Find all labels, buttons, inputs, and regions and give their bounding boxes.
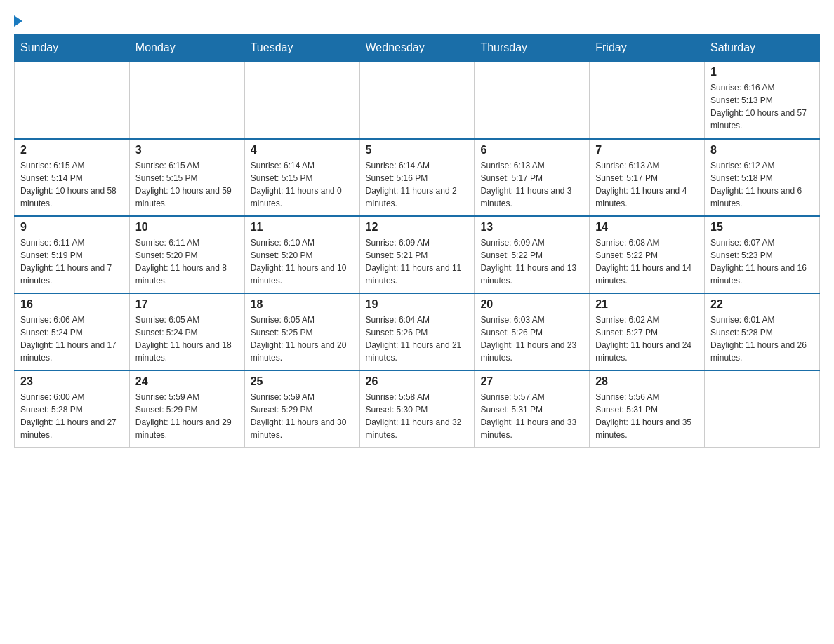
calendar-cell: 11Sunrise: 6:10 AMSunset: 5:20 PMDayligh…	[244, 216, 359, 293]
day-info: Sunrise: 6:09 AMSunset: 5:22 PMDaylight:…	[480, 236, 583, 287]
calendar-cell: 18Sunrise: 6:05 AMSunset: 5:25 PMDayligh…	[244, 293, 359, 370]
calendar-cell: 13Sunrise: 6:09 AMSunset: 5:22 PMDayligh…	[475, 216, 590, 293]
day-number: 10	[135, 221, 239, 234]
day-info: Sunrise: 6:06 AMSunset: 5:24 PMDaylight:…	[20, 314, 124, 364]
weekday-header-friday: Friday	[590, 34, 705, 62]
day-info: Sunrise: 6:00 AMSunset: 5:28 PMDaylight:…	[20, 391, 124, 441]
calendar-cell: 3Sunrise: 6:15 AMSunset: 5:15 PMDaylight…	[129, 139, 244, 216]
day-info: Sunrise: 6:14 AMSunset: 5:16 PMDaylight:…	[366, 159, 469, 210]
day-number: 14	[595, 221, 699, 234]
calendar-cell: 7Sunrise: 6:13 AMSunset: 5:17 PMDaylight…	[590, 139, 705, 216]
day-number: 7	[595, 144, 699, 156]
calendar-week-4: 16Sunrise: 6:06 AMSunset: 5:24 PMDayligh…	[15, 293, 820, 370]
day-info: Sunrise: 6:09 AMSunset: 5:21 PMDaylight:…	[366, 236, 469, 287]
day-number: 21	[595, 298, 699, 311]
day-number: 15	[710, 221, 814, 234]
day-number: 18	[251, 298, 354, 311]
calendar-cell: 14Sunrise: 6:08 AMSunset: 5:22 PMDayligh…	[590, 216, 705, 293]
day-info: Sunrise: 6:11 AMSunset: 5:19 PMDaylight:…	[20, 236, 124, 287]
day-info: Sunrise: 6:05 AMSunset: 5:25 PMDaylight:…	[251, 314, 354, 364]
day-info: Sunrise: 6:02 AMSunset: 5:27 PMDaylight:…	[595, 314, 699, 364]
day-info: Sunrise: 6:07 AMSunset: 5:23 PMDaylight:…	[710, 236, 814, 287]
day-number: 9	[20, 221, 124, 234]
calendar-cell: 10Sunrise: 6:11 AMSunset: 5:20 PMDayligh…	[129, 216, 244, 293]
calendar-header-row: SundayMondayTuesdayWednesdayThursdayFrid…	[15, 34, 820, 62]
calendar-cell: 26Sunrise: 5:58 AMSunset: 5:30 PMDayligh…	[359, 370, 475, 448]
day-number: 23	[20, 375, 124, 388]
calendar-cell: 21Sunrise: 6:02 AMSunset: 5:27 PMDayligh…	[590, 293, 705, 370]
day-info: Sunrise: 6:01 AMSunset: 5:28 PMDaylight:…	[710, 314, 814, 364]
weekday-header-thursday: Thursday	[475, 34, 590, 62]
day-info: Sunrise: 6:13 AMSunset: 5:17 PMDaylight:…	[595, 159, 699, 210]
day-info: Sunrise: 6:10 AMSunset: 5:20 PMDaylight:…	[251, 236, 354, 287]
calendar-cell	[15, 62, 130, 139]
day-number: 12	[366, 221, 469, 234]
calendar-cell: 27Sunrise: 5:57 AMSunset: 5:31 PMDayligh…	[475, 370, 590, 448]
logo-arrow-icon	[14, 15, 22, 27]
calendar-cell	[129, 62, 244, 139]
calendar-cell	[475, 62, 590, 139]
calendar-cell	[590, 62, 705, 139]
day-number: 4	[251, 144, 354, 156]
day-number: 13	[480, 221, 583, 234]
weekday-header-saturday: Saturday	[705, 34, 820, 62]
day-info: Sunrise: 6:05 AMSunset: 5:24 PMDaylight:…	[135, 314, 239, 364]
day-number: 2	[20, 144, 124, 156]
calendar-cell: 28Sunrise: 5:56 AMSunset: 5:31 PMDayligh…	[590, 370, 705, 448]
day-number: 5	[366, 144, 469, 156]
day-number: 26	[366, 375, 469, 388]
day-number: 3	[135, 144, 239, 156]
calendar-cell: 4Sunrise: 6:14 AMSunset: 5:15 PMDaylight…	[244, 139, 359, 216]
day-number: 25	[251, 375, 354, 388]
day-number: 1	[710, 66, 814, 79]
day-info: Sunrise: 6:14 AMSunset: 5:15 PMDaylight:…	[251, 159, 354, 210]
day-number: 19	[366, 298, 469, 311]
day-info: Sunrise: 6:15 AMSunset: 5:14 PMDaylight:…	[20, 159, 124, 210]
calendar-cell: 25Sunrise: 5:59 AMSunset: 5:29 PMDayligh…	[244, 370, 359, 448]
calendar-cell: 6Sunrise: 6:13 AMSunset: 5:17 PMDaylight…	[475, 139, 590, 216]
page-header	[14, 14, 820, 27]
calendar-cell	[244, 62, 359, 139]
day-info: Sunrise: 5:56 AMSunset: 5:31 PMDaylight:…	[595, 391, 699, 441]
day-number: 22	[710, 298, 814, 311]
day-info: Sunrise: 6:03 AMSunset: 5:26 PMDaylight:…	[480, 314, 583, 364]
day-info: Sunrise: 6:13 AMSunset: 5:17 PMDaylight:…	[480, 159, 583, 210]
calendar-week-2: 2Sunrise: 6:15 AMSunset: 5:14 PMDaylight…	[15, 139, 820, 216]
calendar-cell	[705, 370, 820, 448]
day-number: 6	[480, 144, 583, 156]
calendar-cell: 22Sunrise: 6:01 AMSunset: 5:28 PMDayligh…	[705, 293, 820, 370]
calendar-cell: 19Sunrise: 6:04 AMSunset: 5:26 PMDayligh…	[359, 293, 475, 370]
day-info: Sunrise: 5:59 AMSunset: 5:29 PMDaylight:…	[135, 391, 239, 441]
calendar-week-3: 9Sunrise: 6:11 AMSunset: 5:19 PMDaylight…	[15, 216, 820, 293]
day-info: Sunrise: 5:58 AMSunset: 5:30 PMDaylight:…	[366, 391, 469, 441]
day-number: 17	[135, 298, 239, 311]
calendar-cell: 1Sunrise: 6:16 AMSunset: 5:13 PMDaylight…	[705, 62, 820, 139]
calendar-cell: 9Sunrise: 6:11 AMSunset: 5:19 PMDaylight…	[15, 216, 130, 293]
calendar-cell: 23Sunrise: 6:00 AMSunset: 5:28 PMDayligh…	[15, 370, 130, 448]
weekday-header-sunday: Sunday	[15, 34, 130, 62]
day-info: Sunrise: 6:04 AMSunset: 5:26 PMDaylight:…	[366, 314, 469, 364]
calendar-cell: 8Sunrise: 6:12 AMSunset: 5:18 PMDaylight…	[705, 139, 820, 216]
weekday-header-monday: Monday	[129, 34, 244, 62]
calendar-cell: 15Sunrise: 6:07 AMSunset: 5:23 PMDayligh…	[705, 216, 820, 293]
calendar-week-5: 23Sunrise: 6:00 AMSunset: 5:28 PMDayligh…	[15, 370, 820, 448]
day-info: Sunrise: 6:08 AMSunset: 5:22 PMDaylight:…	[595, 236, 699, 287]
day-number: 27	[480, 375, 583, 388]
day-number: 24	[135, 375, 239, 388]
weekday-header-wednesday: Wednesday	[359, 34, 475, 62]
calendar-table: SundayMondayTuesdayWednesdayThursdayFrid…	[14, 34, 820, 448]
day-number: 8	[710, 144, 814, 156]
calendar-cell: 20Sunrise: 6:03 AMSunset: 5:26 PMDayligh…	[475, 293, 590, 370]
day-info: Sunrise: 6:12 AMSunset: 5:18 PMDaylight:…	[710, 159, 814, 210]
calendar-week-1: 1Sunrise: 6:16 AMSunset: 5:13 PMDaylight…	[15, 62, 820, 139]
calendar-cell: 17Sunrise: 6:05 AMSunset: 5:24 PMDayligh…	[129, 293, 244, 370]
calendar-cell: 5Sunrise: 6:14 AMSunset: 5:16 PMDaylight…	[359, 139, 475, 216]
day-info: Sunrise: 6:15 AMSunset: 5:15 PMDaylight:…	[135, 159, 239, 210]
calendar-cell: 24Sunrise: 5:59 AMSunset: 5:29 PMDayligh…	[129, 370, 244, 448]
weekday-header-tuesday: Tuesday	[244, 34, 359, 62]
day-number: 16	[20, 298, 124, 311]
day-number: 28	[595, 375, 699, 388]
day-info: Sunrise: 6:16 AMSunset: 5:13 PMDaylight:…	[710, 81, 814, 132]
day-info: Sunrise: 5:57 AMSunset: 5:31 PMDaylight:…	[480, 391, 583, 441]
calendar-cell: 2Sunrise: 6:15 AMSunset: 5:14 PMDaylight…	[15, 139, 130, 216]
